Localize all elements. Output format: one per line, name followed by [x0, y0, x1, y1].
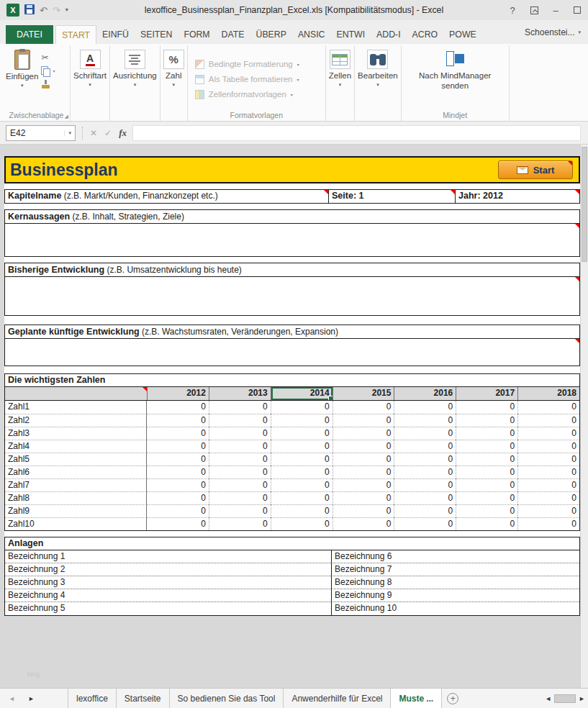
zahlen-value-cell[interactable]: 0 — [147, 414, 209, 427]
zahlen-row-label[interactable]: Zahl10 — [5, 517, 147, 530]
anlagen-item[interactable]: Bezeichnung 6 — [331, 550, 579, 563]
paste-button[interactable]: Einfügen ▾ — [6, 47, 38, 109]
font-menu-button[interactable]: A Schriftart ▾ — [73, 47, 107, 109]
maximize-button[interactable] — [566, 1, 588, 19]
zahlen-value-cell[interactable]: 0 — [394, 491, 456, 504]
zahlen-value-cell[interactable]: 0 — [517, 466, 579, 478]
zahlen-value-cell[interactable]: 0 — [333, 453, 394, 466]
name-box[interactable]: E42 ▾ — [6, 125, 76, 141]
anlagen-item[interactable]: Bezeichnung 2 — [5, 563, 331, 576]
zahlen-value-cell[interactable]: 0 — [271, 478, 333, 491]
ribbon-tab-start[interactable]: START — [55, 25, 96, 44]
zahlen-value-cell[interactable]: 0 — [517, 491, 579, 504]
scroll-right-icon[interactable]: ► — [579, 695, 585, 702]
zahlen-row-label[interactable]: Zahl6 — [5, 466, 147, 478]
zahlen-value-cell[interactable]: 0 — [209, 453, 271, 466]
zahlen-row-label[interactable]: Zahl1 — [5, 401, 147, 414]
zahlen-value-cell[interactable]: 0 — [456, 478, 517, 491]
ribbon-tab-datei[interactable]: DATEI — [6, 25, 53, 44]
zahlen-value-cell[interactable]: 0 — [517, 504, 579, 517]
zahlen-value-cell[interactable]: 0 — [209, 440, 271, 453]
zahlen-value-cell[interactable]: 0 — [147, 466, 209, 478]
zahlen-value-cell[interactable]: 0 — [271, 517, 333, 530]
zahlen-value-cell[interactable]: 0 — [456, 427, 517, 440]
worksheet-title-cell[interactable]: Businessplan Start — [4, 156, 580, 183]
editing-menu-button[interactable]: Bearbeiten ▾ — [358, 47, 398, 109]
copy-button[interactable]: ▾ — [41, 64, 64, 78]
zahlen-value-cell[interactable]: 0 — [517, 401, 579, 414]
zahlen-value-cell[interactable]: 0 — [271, 453, 333, 466]
zahlen-value-cell[interactable]: 0 — [209, 401, 271, 414]
zahlen-value-cell[interactable]: 0 — [517, 414, 579, 427]
jahr-cell[interactable]: Jahr: 2012 — [455, 190, 579, 203]
zahlen-value-cell[interactable]: 0 — [209, 427, 271, 440]
vertical-scrollbar-thumb[interactable] — [582, 147, 587, 262]
zahlen-value-cell[interactable]: 0 — [271, 414, 333, 427]
year-header-2014[interactable]: 2014 — [271, 387, 333, 400]
zahlen-value-cell[interactable]: 0 — [147, 517, 209, 530]
year-header-2013[interactable]: 2013 — [209, 387, 271, 400]
confirm-entry-icon[interactable]: ✓ — [104, 128, 112, 138]
save-button[interactable] — [24, 4, 35, 17]
zahlen-value-cell[interactable]: 0 — [147, 401, 209, 414]
number-menu-button[interactable]: % Zahl ▾ — [163, 47, 184, 109]
zahlen-value-cell[interactable]: 0 — [271, 440, 333, 453]
zahlen-value-cell[interactable]: 0 — [517, 453, 579, 466]
zahlen-value-cell[interactable]: 0 — [517, 517, 579, 530]
sheet-nav-prev-icon[interactable]: ◄ — [9, 695, 15, 702]
insert-function-icon[interactable]: fx — [119, 127, 127, 139]
zahlen-value-cell[interactable]: 0 — [394, 466, 456, 478]
undo-button[interactable]: ↶ — [40, 6, 48, 15]
ribbon-tab-powe[interactable]: POWE — [443, 25, 482, 44]
formula-input[interactable] — [132, 125, 581, 141]
bisherige-entwicklung-header-cell[interactable]: Bisherige Entwicklung (z.B. Umsatzentwic… — [5, 263, 579, 277]
anlagen-item[interactable]: Bezeichnung 9 — [331, 589, 579, 602]
ribbon-tab-entwi[interactable]: ENTWI — [330, 25, 371, 44]
zahlen-value-cell[interactable]: 0 — [209, 504, 271, 517]
zahlen-value-cell[interactable]: 0 — [394, 517, 456, 530]
anlagen-title-cell[interactable]: Anlagen — [4, 537, 580, 550]
zahlen-value-cell[interactable]: 0 — [147, 478, 209, 491]
zahlen-value-cell[interactable]: 0 — [456, 440, 517, 453]
ribbon-tab-form[interactable]: FORM — [178, 25, 215, 44]
qat-customize-icon[interactable]: ▾ — [65, 7, 68, 13]
zahlen-value-cell[interactable]: 0 — [271, 401, 333, 414]
zahlen-row-label[interactable]: Zahl8 — [5, 491, 147, 504]
zahlen-value-cell[interactable]: 0 — [209, 517, 271, 530]
zahlen-value-cell[interactable]: 0 — [271, 427, 333, 440]
zahlen-value-cell[interactable]: 0 — [271, 504, 333, 517]
ribbon-tab-seiten[interactable]: SEITEN — [135, 25, 178, 44]
clipboard-dialog-launcher-icon[interactable]: ◢ — [65, 114, 68, 119]
zahlen-value-cell[interactable]: 0 — [333, 478, 394, 491]
cell-styles-button[interactable]: Zellenformatvorlagen ▾ — [191, 87, 297, 102]
zahlen-value-cell[interactable]: 0 — [147, 427, 209, 440]
year-header-2015[interactable]: 2015 — [333, 387, 394, 400]
year-header-2012[interactable]: 2012 — [147, 387, 209, 400]
bisherige-entwicklung-input-area[interactable] — [5, 277, 579, 315]
geplante-entwicklung-header-cell[interactable]: Geplante künftige Entwicklung (z.B. Wach… — [5, 325, 579, 339]
zahlen-value-cell[interactable]: 0 — [394, 414, 456, 427]
zahlen-value-cell[interactable]: 0 — [456, 517, 517, 530]
sheet-tab-anwenderhilfe-für-excel[interactable]: Anwenderhilfe für Excel — [284, 689, 391, 708]
zahlen-value-cell[interactable]: 0 — [333, 440, 394, 453]
zahlen-value-cell[interactable]: 0 — [147, 440, 209, 453]
geplante-entwicklung-input-area[interactable] — [5, 339, 579, 366]
start-button[interactable]: Start — [498, 160, 573, 179]
account-menu[interactable]: Schoenstei... ▾ — [517, 27, 588, 37]
sheet-tab-lexoffice[interactable]: lexoffice — [68, 689, 117, 708]
year-header-2018[interactable]: 2018 — [517, 387, 579, 400]
ribbon-tab-acro[interactable]: ACRO — [407, 25, 444, 44]
zahlen-value-cell[interactable]: 0 — [333, 427, 394, 440]
zahlen-value-cell[interactable]: 0 — [333, 401, 394, 414]
zahlen-value-cell[interactable]: 0 — [394, 440, 456, 453]
zahlen-value-cell[interactable]: 0 — [394, 478, 456, 491]
ribbon-tab-add-i[interactable]: ADD-I — [371, 25, 406, 44]
zahlen-row-label[interactable]: Zahl7 — [5, 478, 147, 491]
help-button[interactable]: ? — [502, 1, 523, 19]
zahlen-label-header-cell[interactable] — [5, 387, 147, 400]
scroll-left-icon[interactable]: ◄ — [545, 695, 551, 702]
zahlen-value-cell[interactable]: 0 — [147, 504, 209, 517]
year-header-2017[interactable]: 2017 — [456, 387, 517, 400]
vertical-scrollbar[interactable] — [580, 145, 588, 688]
zahlen-value-cell[interactable]: 0 — [209, 491, 271, 504]
